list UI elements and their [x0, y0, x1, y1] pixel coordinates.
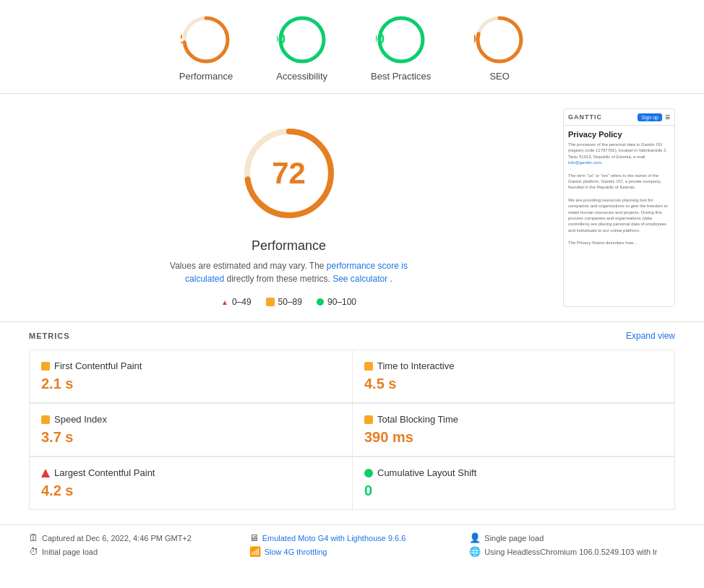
cls-indicator: [364, 469, 373, 477]
fcp-indicator: [41, 362, 50, 371]
tbt-name: Total Blocking Time: [377, 414, 458, 425]
preview-text-2: The term "us" or "we" refers to the owne…: [568, 173, 670, 191]
svg-text:72: 72: [181, 32, 183, 46]
initial-load-text: Initial page load: [42, 548, 98, 556]
performance-circle: 72: [181, 14, 231, 65]
expand-view-button[interactable]: Expand view: [626, 331, 675, 341]
score-performance[interactable]: 72 Performance: [179, 14, 233, 82]
best-practices-label: Best Practices: [371, 71, 431, 82]
main-content: 72 Performance Values are estimated and …: [0, 94, 704, 321]
green-circle-icon: [317, 298, 324, 306]
perf-title: Performance: [252, 238, 326, 254]
perf-desc-end: .: [390, 274, 392, 284]
footer-browser: 🌐 Using HeadlessChromium 106.0.5249.103 …: [469, 546, 675, 557]
performance-label: Performance: [179, 71, 233, 82]
tti-name: Time to Interactive: [377, 360, 454, 371]
preview-text-3: We are providing resources planning tool…: [568, 197, 670, 233]
score-bar: 72 Performance 100 Accessibility 100 Bes…: [0, 0, 704, 94]
calendar-icon: 🗓: [29, 532, 38, 543]
see-calculator-link[interactable]: See calculator: [332, 274, 387, 284]
svg-text:79: 79: [474, 32, 476, 46]
metrics-header: METRICS Expand view: [29, 322, 675, 350]
load-type-icon: 👤: [469, 532, 481, 543]
browser-text: Using HeadlessChromium 106.0.5249.103 wi…: [484, 548, 657, 556]
preview-logo: GANTTIC: [568, 113, 602, 121]
big-score-value: 72: [272, 156, 306, 191]
device-link[interactable]: Emulated Moto G4 with Lighthouse 9.6.6: [262, 534, 406, 542]
legend-orange-range: 50–89: [278, 297, 302, 307]
metrics-title: METRICS: [29, 332, 70, 340]
svg-point-7: [379, 18, 423, 61]
si-name: Speed Index: [54, 414, 107, 425]
footer-throttling: 📶 Slow 4G throttling: [249, 546, 455, 557]
perf-desc-mid: directly from these metrics.: [226, 274, 332, 284]
preview-text-1: The processor of the personal data is Ga…: [568, 142, 670, 166]
tbt-indicator: [364, 415, 373, 424]
preview-menu-icon[interactable]: ≡: [665, 112, 670, 122]
legend-red-range: 0–49: [232, 297, 252, 307]
metric-cls: Cumulative Layout Shift 0: [352, 457, 675, 510]
preview-title: Privacy Policy: [568, 130, 670, 139]
svg-point-4: [280, 18, 324, 61]
cls-value: 0: [364, 483, 663, 499]
metric-fcp: First Contentful Paint 2.1 s: [29, 350, 352, 403]
seo-circle: 79: [474, 14, 525, 65]
captured-text: Captured at Dec 6, 2022, 4:46 PM GMT+2: [42, 534, 192, 542]
legend-red: ▲ 0–49: [221, 297, 252, 307]
big-score-circle: 72: [239, 123, 340, 224]
si-value: 3.7 s: [41, 429, 340, 446]
footer-bar: 🗓 Captured at Dec 6, 2022, 4:46 PM GMT+2…: [0, 524, 704, 564]
orange-square-icon: [266, 298, 275, 306]
preview-header: GANTTIC Sign up ≡: [564, 109, 674, 126]
clock-icon: ⏱: [29, 546, 38, 557]
accessibility-label: Accessibility: [276, 71, 327, 82]
load-type-text: Single page load: [484, 534, 544, 542]
metric-lcp: Largest Contentful Paint 4.2 s: [29, 457, 352, 510]
legend-green: 90–100: [317, 297, 356, 307]
metrics-grid: First Contentful Paint 2.1 s Time to Int…: [29, 350, 675, 510]
score-best-practices[interactable]: 100 Best Practices: [371, 14, 431, 82]
metric-si: Speed Index 3.7 s: [29, 403, 352, 457]
lcp-value: 4.2 s: [41, 483, 340, 499]
perf-desc-plain: Values are estimated and may vary. The: [170, 261, 327, 271]
preview-text-4: The Privacy Notice describes how...: [568, 240, 670, 246]
cls-name: Cumulative Layout Shift: [377, 467, 476, 478]
svg-text:100: 100: [277, 32, 286, 46]
svg-text:100: 100: [376, 32, 385, 46]
best-practices-circle: 100: [376, 14, 426, 65]
legend-orange: 50–89: [266, 297, 302, 307]
preview-body: Privacy Policy The processor of the pers…: [564, 126, 674, 250]
red-triangle-icon: ▲: [221, 298, 228, 306]
score-seo[interactable]: 79 SEO: [474, 14, 525, 82]
throttling-link[interactable]: Slow 4G throttling: [265, 548, 327, 556]
browser-icon: 🌐: [469, 546, 481, 557]
metric-tti: Time to Interactive 4.5 s: [352, 350, 675, 403]
tti-indicator: [364, 362, 373, 371]
perf-desc: Values are estimated and may vary. The p…: [152, 259, 426, 285]
preview-signup-button[interactable]: Sign up: [638, 113, 662, 121]
legend-green-range: 90–100: [327, 297, 356, 307]
preview-email-link[interactable]: info@ganttic.com: [568, 160, 601, 165]
si-indicator: [41, 415, 50, 424]
fcp-name: First Contentful Paint: [54, 360, 142, 371]
fcp-value: 2.1 s: [41, 376, 340, 392]
metrics-section: METRICS Expand view First Contentful Pai…: [0, 322, 704, 524]
device-icon: 🖥: [249, 532, 259, 543]
lcp-name: Largest Contentful Paint: [54, 467, 155, 478]
website-preview: GANTTIC Sign up ≡ Privacy Policy The pro…: [563, 108, 675, 307]
lcp-indicator: [41, 469, 50, 477]
tti-value: 4.5 s: [364, 376, 663, 392]
footer-initial-load: ⏱ Initial page load: [29, 546, 235, 557]
accessibility-circle: 100: [277, 14, 327, 65]
footer-load-type: 👤 Single page load: [469, 532, 675, 543]
footer-captured: 🗓 Captured at Dec 6, 2022, 4:46 PM GMT+2: [29, 532, 235, 543]
footer-device: 🖥 Emulated Moto G4 with Lighthouse 9.6.6: [249, 532, 455, 543]
wifi-icon: 📶: [249, 546, 261, 557]
legend: ▲ 0–49 50–89 90–100: [221, 297, 356, 307]
score-accessibility[interactable]: 100 Accessibility: [276, 14, 327, 82]
seo-label: SEO: [489, 71, 509, 82]
left-panel: 72 Performance Values are estimated and …: [29, 108, 549, 307]
metric-tbt: Total Blocking Time 390 ms: [352, 403, 675, 457]
tbt-value: 390 ms: [364, 429, 663, 446]
